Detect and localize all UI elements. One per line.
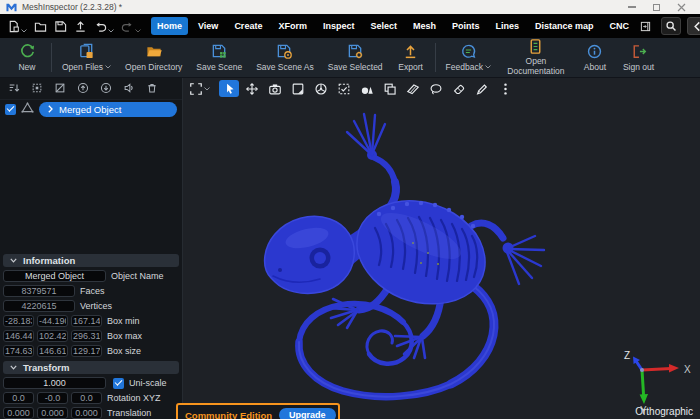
duplicate-button[interactable] xyxy=(380,80,400,97)
rotation-y-field[interactable] xyxy=(37,392,68,404)
save-selected-icon xyxy=(347,43,364,61)
object-name-field[interactable] xyxy=(3,270,106,282)
new-scene-button[interactable]: New xyxy=(6,38,48,77)
undo-icon[interactable] xyxy=(94,20,114,33)
redo-icon[interactable] xyxy=(121,20,141,33)
about-icon xyxy=(586,43,603,61)
tab-mesh[interactable]: Mesh xyxy=(407,17,442,35)
box-max-z-field[interactable] xyxy=(71,330,102,342)
tab-xform[interactable]: XForm xyxy=(272,17,313,35)
navigation-wheel-button[interactable] xyxy=(311,80,331,97)
box-select-button[interactable] xyxy=(334,80,354,97)
import-icon[interactable] xyxy=(74,20,87,33)
tab-view[interactable]: View xyxy=(192,17,224,35)
information-header[interactable]: Information xyxy=(3,254,179,267)
projection-label[interactable]: Orthographic xyxy=(635,406,693,417)
transform-header[interactable]: Transform xyxy=(3,361,179,374)
pin-ribbon-icon[interactable] xyxy=(635,17,655,35)
mesh-icon xyxy=(21,100,34,118)
save-scene-button[interactable]: Save Scene xyxy=(189,38,249,77)
collapse-ribbon-icon[interactable] xyxy=(687,17,700,35)
deselect-icon[interactable] xyxy=(54,80,66,98)
cut-plane-button[interactable] xyxy=(403,80,423,97)
box-min-z-field[interactable] xyxy=(71,315,102,327)
tab-inspect[interactable]: Inspect xyxy=(317,17,361,35)
face-select-icon xyxy=(291,82,305,96)
export-button[interactable]: Export xyxy=(390,38,432,77)
chevron-down-icon xyxy=(135,29,141,33)
edition-label: Community Edition xyxy=(185,410,272,419)
open-files-button[interactable]: Open Files xyxy=(55,38,118,77)
box-min-x-field[interactable] xyxy=(3,315,34,327)
stylus-icon xyxy=(475,82,489,96)
save-scene-as-button[interactable]: Save Scene As xyxy=(249,38,321,77)
tree-item-merged-object[interactable]: Merged Object xyxy=(39,102,177,117)
box-max-x-field[interactable] xyxy=(3,330,34,342)
save-scene-as-label: Save Scene As xyxy=(256,63,314,73)
visibility-checkbox[interactable] xyxy=(5,104,16,115)
translation-z-field[interactable] xyxy=(71,407,102,419)
open-documentation-button[interactable]: Open Documentation xyxy=(498,38,574,77)
box-size-x-field[interactable] xyxy=(3,345,34,357)
box-size-label: Box size xyxy=(107,346,141,356)
translation-x-field[interactable] xyxy=(3,407,34,419)
sign-out-button[interactable]: Sign out xyxy=(616,38,661,77)
new-file-icon[interactable] xyxy=(7,20,27,33)
upgrade-button[interactable]: Upgrade xyxy=(279,408,336,419)
save-selected-button[interactable]: Save Selected xyxy=(321,38,390,77)
move-icon xyxy=(245,82,259,96)
rotation-x-field[interactable] xyxy=(3,392,34,404)
camera-button[interactable] xyxy=(265,80,285,97)
select-cursor-button[interactable] xyxy=(219,80,239,97)
translation-y-field[interactable] xyxy=(37,407,68,419)
app-logo-icon xyxy=(6,3,17,12)
about-button[interactable]: About xyxy=(574,38,616,77)
eraser-button[interactable] xyxy=(449,80,469,97)
speaker-icon[interactable] xyxy=(123,80,135,98)
tab-distance-map[interactable]: Distance map xyxy=(529,17,600,35)
open-directory-button[interactable]: Open Directory xyxy=(118,38,189,77)
minimize-button[interactable] xyxy=(628,6,636,7)
box-max-y-field[interactable] xyxy=(37,330,68,342)
box-size-z-field[interactable] xyxy=(71,345,102,357)
open-directory-label: Open Directory xyxy=(125,63,182,73)
translation-label: Translation xyxy=(107,408,151,418)
sign-out-label: Sign out xyxy=(623,63,654,73)
select-all-icon[interactable] xyxy=(31,80,43,98)
save-icon[interactable] xyxy=(54,20,67,33)
faces-field[interactable] xyxy=(3,285,75,297)
open-folder-icon[interactable] xyxy=(34,20,47,33)
uni-scale-row: Uni-scale xyxy=(3,377,179,389)
box-min-y-field[interactable] xyxy=(37,315,68,327)
fit-view-button[interactable] xyxy=(189,82,210,96)
model-merged-object[interactable] xyxy=(265,114,544,397)
vertices-field[interactable] xyxy=(3,300,75,312)
axis-x-label: X xyxy=(684,364,691,375)
rotation-z-field[interactable] xyxy=(71,392,102,404)
move-button[interactable] xyxy=(242,80,262,97)
maximize-button[interactable] xyxy=(653,4,660,11)
move-down-icon[interactable] xyxy=(100,80,112,98)
box-max-label: Box max xyxy=(107,331,142,341)
trash-icon[interactable] xyxy=(146,80,158,98)
tab-select[interactable]: Select xyxy=(364,17,403,35)
close-button[interactable] xyxy=(677,3,686,12)
tab-cnc[interactable]: CNC xyxy=(604,17,636,35)
face-select-button[interactable] xyxy=(288,80,308,97)
uni-scale-field[interactable] xyxy=(3,377,106,389)
tab-create[interactable]: Create xyxy=(228,17,268,35)
uni-scale-checkbox[interactable] xyxy=(113,378,124,389)
tab-points[interactable]: Points xyxy=(446,17,486,35)
feedback-button[interactable]: Feedback xyxy=(439,38,498,77)
sort-icon[interactable] xyxy=(8,80,20,98)
viewport-3d[interactable]: X Y Z Orthographic xyxy=(183,78,700,419)
stylus-button[interactable] xyxy=(472,80,492,97)
tab-lines[interactable]: Lines xyxy=(489,17,525,35)
more-options-button[interactable] xyxy=(495,80,515,97)
search-icon[interactable] xyxy=(661,17,681,35)
box-size-y-field[interactable] xyxy=(37,345,68,357)
tab-home[interactable]: Home xyxy=(151,17,188,35)
move-up-icon[interactable] xyxy=(77,80,89,98)
scene-objects-button[interactable] xyxy=(357,80,377,97)
lasso-select-button[interactable] xyxy=(426,80,446,97)
